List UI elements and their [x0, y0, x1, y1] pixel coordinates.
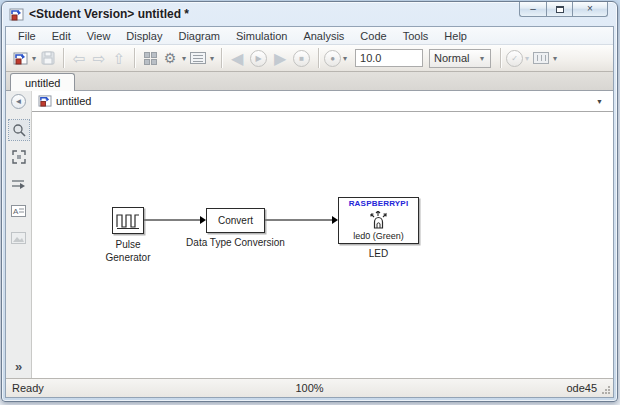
- hide-model-browser-button[interactable]: ◄: [11, 94, 26, 109]
- status-zoom-level: 100%: [6, 382, 613, 394]
- menu-tools[interactable]: Tools: [395, 30, 437, 42]
- resize-grip[interactable]: [601, 385, 611, 395]
- data-type-conversion-label[interactable]: Data Type Conversion: [165, 237, 306, 250]
- pulse-generator-block[interactable]: [112, 207, 144, 234]
- record-button[interactable]: ●: [324, 50, 341, 67]
- led-icon: [365, 211, 393, 229]
- breadcrumb-dropdown-icon[interactable]: ▼: [596, 98, 607, 105]
- simulation-stop-time-input[interactable]: [355, 49, 423, 67]
- build-icon: [533, 52, 549, 64]
- step-back-icon: ◀: [231, 49, 243, 68]
- step-forward-button[interactable]: ▶: [270, 47, 290, 69]
- up-to-parent-button[interactable]: ⇧: [109, 47, 129, 69]
- toolbar-separator: [318, 48, 319, 68]
- tab-untitled[interactable]: untitled: [10, 73, 75, 91]
- image-annotation-button[interactable]: [9, 228, 29, 248]
- model-advisor-button[interactable]: ✓: [506, 50, 523, 67]
- nav-left-icon: ◄: [15, 97, 23, 106]
- simulink-model-icon: [9, 8, 24, 21]
- client-area: File Edit View Display Diagram Simulatio…: [5, 26, 614, 398]
- model-configuration-icon: [190, 52, 206, 64]
- simulation-mode-value: Normal: [434, 52, 469, 64]
- simulink-window: – × <Student Version> untitled * File Ed…: [1, 1, 618, 402]
- library-browser-icon: [144, 52, 157, 65]
- play-icon: ▶: [255, 54, 261, 63]
- record-icon: ●: [330, 54, 335, 63]
- desktop-background: – × <Student Version> untitled * File Ed…: [0, 0, 620, 405]
- menu-bar: File Edit View Display Diagram Simulatio…: [6, 27, 613, 45]
- palette-expand-button[interactable]: »: [15, 359, 22, 374]
- title-bar: <Student Version> untitled *: [2, 2, 617, 26]
- forward-icon: ⇨: [93, 51, 106, 66]
- model-configuration-caret-icon[interactable]: ▾: [208, 54, 216, 63]
- menu-file[interactable]: File: [10, 30, 44, 42]
- toolbar-separator: [221, 48, 222, 68]
- main-area: A »: [6, 112, 613, 378]
- new-model-button[interactable]: [10, 47, 30, 69]
- annotation-icon: A: [11, 205, 26, 217]
- data-type-conversion-block[interactable]: Convert: [206, 208, 265, 233]
- menu-diagram[interactable]: Diagram: [170, 30, 228, 42]
- menu-help[interactable]: Help: [436, 30, 475, 42]
- magnifier-icon: [12, 123, 26, 137]
- check-icon: ✓: [511, 54, 518, 63]
- simulation-mode-caret-icon: ▾: [478, 54, 486, 63]
- menu-display[interactable]: Display: [118, 30, 170, 42]
- new-model-caret-icon[interactable]: ▾: [30, 54, 38, 63]
- signal-lines-icon: [11, 178, 26, 190]
- menu-view[interactable]: View: [79, 30, 119, 42]
- signal-routing-button[interactable]: [9, 174, 29, 194]
- stop-button[interactable]: ■: [293, 50, 310, 67]
- build-caret-icon[interactable]: ▾: [551, 54, 559, 63]
- model-settings-button[interactable]: ⚙: [160, 47, 180, 69]
- run-button[interactable]: ▶: [250, 50, 267, 67]
- back-icon: ⇦: [73, 51, 86, 66]
- model-advisor-caret-icon[interactable]: ▾: [523, 54, 531, 63]
- convert-block-text: Convert: [218, 215, 253, 226]
- breadcrumb-model-icon: [38, 95, 52, 107]
- tab-label: untitled: [25, 77, 60, 89]
- model-canvas[interactable]: Pulse Generator Convert Data Type Conver…: [32, 112, 613, 378]
- annotation-button[interactable]: A: [9, 201, 29, 221]
- toolbar-separator: [134, 48, 135, 68]
- back-button[interactable]: ⇦: [69, 47, 89, 69]
- library-browser-button[interactable]: [140, 47, 160, 69]
- menu-simulation[interactable]: Simulation: [228, 30, 295, 42]
- zoom-tool-button[interactable]: [9, 120, 29, 140]
- browser-toggle-area: ◄: [6, 91, 32, 112]
- led-block[interactable]: RASPBERRYPI led0 (Green): [338, 197, 419, 244]
- save-button[interactable]: [38, 47, 58, 69]
- menu-edit[interactable]: Edit: [44, 30, 79, 42]
- led-label[interactable]: LED: [338, 248, 419, 261]
- new-model-icon: [13, 52, 28, 65]
- build-button[interactable]: [531, 47, 551, 69]
- breadcrumb-model-name: untitled: [56, 95, 596, 107]
- step-forward-icon: ▶: [274, 49, 286, 68]
- palette-sidebar: A »: [6, 112, 32, 378]
- menu-analysis[interactable]: Analysis: [295, 30, 352, 42]
- simulation-mode-select[interactable]: Normal ▾: [429, 49, 491, 68]
- save-icon: [41, 51, 55, 65]
- fit-to-view-button[interactable]: [9, 147, 29, 167]
- model-configuration-button[interactable]: [188, 47, 208, 69]
- gear-icon: ⚙: [164, 50, 177, 66]
- record-caret-icon[interactable]: ▾: [341, 54, 349, 63]
- step-back-button[interactable]: ◀: [227, 47, 247, 69]
- image-icon: [11, 232, 26, 244]
- status-bar: Ready 100% ode45: [6, 378, 613, 397]
- pulse-waveform-icon: [116, 211, 140, 230]
- breadcrumb[interactable]: untitled ▼: [32, 91, 613, 112]
- model-settings-caret-icon[interactable]: ▾: [180, 54, 188, 63]
- toolbar-separator: [500, 48, 501, 68]
- fit-to-view-icon: [12, 150, 26, 164]
- menu-code[interactable]: Code: [352, 30, 394, 42]
- svg-text:A: A: [13, 207, 19, 216]
- stop-icon: ■: [299, 54, 304, 63]
- pulse-generator-label[interactable]: Pulse Generator: [83, 239, 173, 264]
- breadcrumb-row: ◄ untitled ▼: [6, 91, 613, 112]
- forward-button[interactable]: ⇨: [89, 47, 109, 69]
- up-icon: ⇧: [113, 51, 126, 66]
- led-block-header: RASPBERRYPI: [349, 199, 409, 208]
- window-title: <Student Version> untitled *: [29, 7, 189, 21]
- led-block-channel: led0 (Green): [353, 231, 404, 241]
